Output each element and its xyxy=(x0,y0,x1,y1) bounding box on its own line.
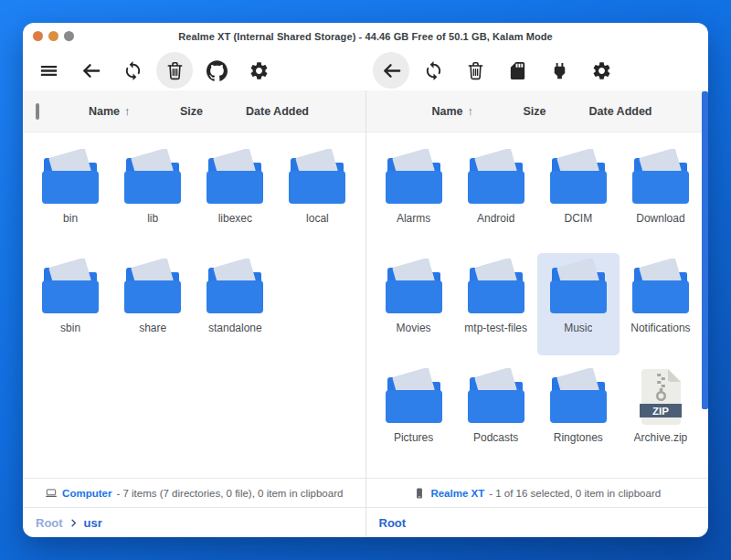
folder-icon xyxy=(381,149,447,206)
file-item[interactable]: Android xyxy=(455,143,537,246)
device-scrollbar-thumb[interactable] xyxy=(702,91,708,409)
file-item[interactable]: Podcasts xyxy=(455,363,537,465)
device-back-button[interactable] xyxy=(373,52,409,89)
local-column-size[interactable]: Size xyxy=(165,105,238,118)
device-settings-button[interactable] xyxy=(583,52,620,89)
fullscreen-button[interactable] xyxy=(64,31,74,41)
menu-icon xyxy=(38,60,59,81)
file-item[interactable]: bin xyxy=(29,143,111,246)
folder-icon xyxy=(381,259,447,315)
file-item-label: mtp-test-files xyxy=(464,322,527,334)
file-item-label: lib xyxy=(147,212,158,225)
file-item-label: bin xyxy=(63,212,78,225)
file-item[interactable]: Ringtones xyxy=(537,363,620,465)
device-toolbar xyxy=(366,50,708,90)
device-breadcrumb: Root xyxy=(366,507,709,537)
file-item[interactable]: lib xyxy=(111,143,194,246)
breadcrumb-current[interactable]: usr xyxy=(84,516,102,530)
local-device-link[interactable]: Computer xyxy=(62,488,111,499)
file-item[interactable]: DCIM xyxy=(537,143,620,246)
device-column-date-added[interactable]: Date Added xyxy=(582,105,709,118)
trash-icon xyxy=(465,60,486,81)
device-delete-button[interactable] xyxy=(457,52,493,89)
zip-badge-text: ZIP xyxy=(652,406,669,417)
file-item[interactable]: Download xyxy=(620,143,702,246)
file-item-label: Alarms xyxy=(397,212,430,225)
device-link[interactable]: Realme XT xyxy=(430,488,484,499)
folder-icon xyxy=(463,368,529,425)
file-item-label: share xyxy=(139,322,166,334)
local-pane: Name ↑ Size Date Added bin lib libexec l… xyxy=(23,90,366,537)
file-item[interactable]: mtp-test-files xyxy=(455,253,537,355)
folder-icon xyxy=(202,149,268,206)
local-toolbar xyxy=(23,50,366,90)
folder-icon xyxy=(546,368,611,425)
file-item-selected[interactable]: Music xyxy=(537,253,620,355)
folder-icon xyxy=(37,259,103,315)
minimize-button[interactable] xyxy=(48,31,58,41)
file-item[interactable]: share xyxy=(111,253,194,355)
close-button[interactable] xyxy=(33,31,43,41)
file-item-label: sbin xyxy=(60,322,80,334)
file-item[interactable]: sbin xyxy=(29,253,111,355)
breadcrumb-current[interactable]: Root xyxy=(379,516,407,530)
folder-icon xyxy=(546,149,611,206)
trash-icon xyxy=(164,60,185,81)
file-item-label: Notifications xyxy=(630,322,690,334)
local-back-button[interactable] xyxy=(72,52,109,89)
folder-icon xyxy=(202,259,268,315)
local-status-text: - 7 items (7 directories, 0 file), 0 ite… xyxy=(116,488,343,499)
device-status-text: - 1 of 16 selected, 0 item in clipboard xyxy=(489,488,661,499)
local-file-grid: bin lib libexec local sbin share standal… xyxy=(23,132,366,478)
disconnect-button[interactable] xyxy=(541,52,577,89)
back-icon xyxy=(381,60,402,81)
device-column-name[interactable]: Name ↑ xyxy=(418,104,509,118)
local-column-date-added[interactable]: Date Added xyxy=(238,105,366,118)
folder-icon xyxy=(628,149,694,206)
app-window: Realme XT (Internal Shared Storage) - 44… xyxy=(23,23,708,537)
folder-icon xyxy=(37,149,103,206)
file-item-label: standalone xyxy=(208,322,262,334)
local-settings-button[interactable] xyxy=(240,52,277,89)
file-item[interactable]: ZIP Archive.zip xyxy=(620,363,702,465)
file-item[interactable]: standalone xyxy=(194,253,276,355)
file-item-label: Movies xyxy=(397,322,431,334)
breadcrumb-root[interactable]: Root xyxy=(36,516,63,530)
plug-icon xyxy=(549,60,570,81)
smartphone-icon xyxy=(413,487,426,500)
folder-icon xyxy=(120,259,185,315)
folder-icon xyxy=(284,149,350,206)
folder-icon xyxy=(381,368,447,425)
device-column-size[interactable]: Size xyxy=(509,105,582,118)
file-item-label: Podcasts xyxy=(473,431,518,444)
computer-icon xyxy=(45,487,58,500)
file-item[interactable]: Notifications xyxy=(620,253,702,355)
folder-icon xyxy=(546,259,611,315)
github-icon xyxy=(207,60,228,81)
back-icon xyxy=(80,60,101,81)
local-refresh-button[interactable] xyxy=(114,52,151,89)
file-item[interactable]: libexec xyxy=(194,143,276,246)
file-item[interactable]: Pictures xyxy=(373,363,455,465)
file-item[interactable]: Alarms xyxy=(373,143,455,246)
menu-button[interactable] xyxy=(30,52,67,89)
device-refresh-button[interactable] xyxy=(415,52,451,89)
file-item[interactable]: local xyxy=(276,143,358,246)
local-breadcrumb: Root usr xyxy=(23,507,366,537)
file-item[interactable]: Movies xyxy=(373,253,455,355)
refresh-icon xyxy=(423,60,444,81)
github-button[interactable] xyxy=(198,52,235,89)
local-delete-button[interactable] xyxy=(156,52,193,89)
sort-asc-icon: ↑ xyxy=(468,104,474,118)
device-file-grid: Alarms Android DCIM Download Movies mtp-… xyxy=(366,132,709,478)
sort-asc-icon: ↑ xyxy=(124,104,131,118)
settings-icon xyxy=(249,60,270,81)
local-column-name[interactable]: Name ↑ xyxy=(74,104,165,118)
storage-select-button[interactable] xyxy=(499,52,535,89)
folder-icon xyxy=(463,259,529,315)
file-item-label: DCIM xyxy=(564,212,592,225)
device-status-bar: Realme XT - 1 of 16 selected, 0 item in … xyxy=(366,478,709,507)
file-item-label: libexec xyxy=(218,212,252,225)
folder-icon xyxy=(120,149,185,206)
local-select-all-checkbox[interactable] xyxy=(36,103,39,120)
